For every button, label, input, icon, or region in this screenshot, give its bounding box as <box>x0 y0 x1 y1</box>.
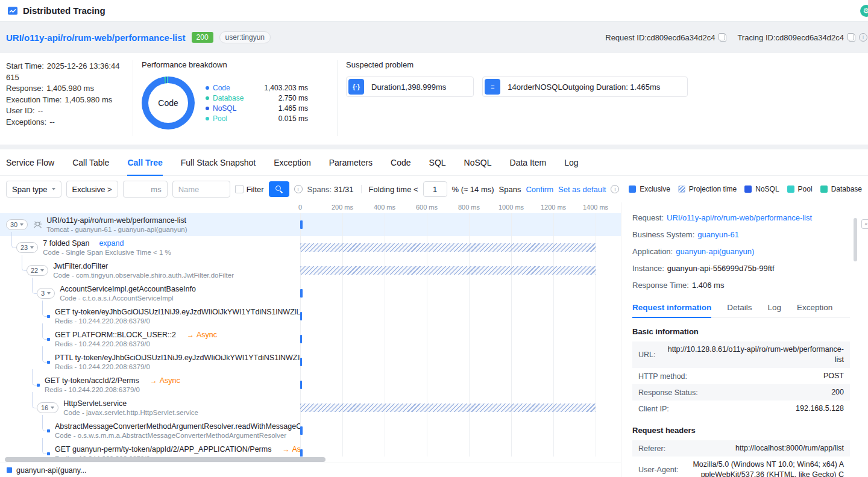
expand-link[interactable]: expand <box>99 239 124 248</box>
fold-badge[interactable]: 23 <box>16 242 38 253</box>
span-bar[interactable] <box>300 426 303 435</box>
confirm-link[interactable]: Confirm <box>526 185 553 194</box>
span-label: 23 7 folded Span expand Code - S <box>0 236 300 259</box>
user-tag: user:tingyun <box>219 31 271 43</box>
chevron-down-icon <box>20 223 24 226</box>
span-details-panel: Request:URI/o11y-api/ro/rum-web/performa… <box>621 202 860 477</box>
tree-row[interactable]: GET ty-token/eyJhbGciOiJSUzI1NiJ9.eyJzdW… <box>0 305 621 328</box>
detail-field: Application:guanyun-api(guanyun) <box>632 247 850 256</box>
kv-label: User-Agent: <box>638 466 679 474</box>
exclusive-select[interactable]: Exclusive > <box>66 181 118 198</box>
span-dot-icon <box>47 452 50 455</box>
trace-uri[interactable]: URI/o11y-api/ro/rum-web/performance-list <box>6 33 186 43</box>
tree-row[interactable]: GET ty-token/accId/2/Perms →Async Redis … <box>0 373 621 396</box>
span-bar[interactable] <box>300 312 302 320</box>
name-input[interactable] <box>178 185 224 194</box>
fold-badge[interactable]: 16 <box>37 402 58 413</box>
legend-label: NoSQL <box>755 185 779 193</box>
tree-row[interactable]: GET PLATFORM::BLOCK_USER::2 →Async Redis… <box>0 328 621 351</box>
fold-badge[interactable]: 30 <box>6 219 28 230</box>
span-bar[interactable] <box>300 404 596 412</box>
fold-badge[interactable]: 22 <box>27 265 48 276</box>
detail-field-value: 1.406 ms <box>692 281 724 290</box>
span-bar[interactable] <box>300 335 302 343</box>
main-tab[interactable]: SQL <box>429 149 446 175</box>
main-tab[interactable]: Service Flow <box>6 149 54 175</box>
suspected-title: Suspected problem <box>346 60 863 69</box>
detail-tab[interactable]: Log <box>768 298 782 317</box>
tree-row[interactable]: GET guanyun-perm/ty-token/appId/2/APP_AP… <box>0 442 621 457</box>
tree-row[interactable]: 16 HttpServlet.service Code - j <box>0 396 621 419</box>
tree-row[interactable]: 30 URI/o11y-api/ro/rum-web/performance-l… <box>0 213 621 236</box>
spans-count: Spans:31/31 <box>307 185 354 194</box>
call-tree-pane: 0 200 ms 400 ms 600 ms 800 ms 1000 ms 12… <box>0 202 621 477</box>
span-bar[interactable] <box>300 243 596 252</box>
exclusive-ms-input[interactable] <box>129 185 147 194</box>
timeline-tick: 600 ms <box>416 204 438 211</box>
tree-row[interactable]: 23 7 folded Span expand Code - S <box>0 236 621 259</box>
tree-row[interactable]: 3 AccountServiceImpl.getAccountBaseInfo <box>0 282 621 305</box>
detail-field-value[interactable]: guanyun-api(guanyun) <box>676 247 754 256</box>
suspected-item[interactable]: ≡ 14orderNOSQLOutgoing Duration: 1.465ms <box>482 76 688 97</box>
call-tree-toolbar: Span type Exclusive > ms Filter i <box>0 176 868 202</box>
kv-row: Response Status: 200 <box>632 384 850 401</box>
details-scrollbar[interactable] <box>854 218 857 261</box>
scrollbar-thumb[interactable] <box>5 457 326 462</box>
tree-row[interactable]: AbstractMessageConverterMethodArgumentRe… <box>0 419 621 442</box>
gear-icon[interactable]: ⚙ <box>860 5 868 17</box>
folding-input[interactable] <box>423 181 447 197</box>
span-timeline <box>300 328 621 351</box>
info-icon[interactable]: i <box>611 185 619 193</box>
main-tab[interactable]: Call Tree <box>127 149 162 175</box>
span-bar[interactable] <box>300 381 302 389</box>
search-button[interactable] <box>269 181 289 197</box>
detail-tab[interactable]: Exception <box>797 298 832 317</box>
main-tab[interactable]: Full Stack Snapshot <box>181 149 256 175</box>
span-bar[interactable] <box>300 289 303 298</box>
main-tab[interactable]: Exception <box>274 149 310 175</box>
span-bar[interactable] <box>300 358 302 366</box>
span-bar[interactable] <box>300 266 596 275</box>
set-default-link[interactable]: Set as default <box>558 185 606 194</box>
info-icon[interactable]: i <box>294 185 303 193</box>
collapse-panel-icon[interactable]: « <box>861 219 868 229</box>
filter-checkbox[interactable] <box>235 185 244 193</box>
main-tab[interactable]: Code <box>391 149 410 175</box>
copy-icon[interactable] <box>719 33 726 42</box>
detail-tab[interactable]: Details <box>727 298 752 317</box>
folding-spans-label: Spans <box>499 185 521 194</box>
legend-item: Database <box>820 185 862 193</box>
detail-tab[interactable]: Request information <box>632 298 711 317</box>
detail-field-value[interactable]: URI/o11y-api/ro/rum-web/performance-list <box>667 213 812 222</box>
span-bar[interactable] <box>300 449 303 457</box>
trace-summary-card: Start Time:2025-12-26 13:36:44 615 Respo… <box>0 53 868 145</box>
main-tab[interactable]: Data Item <box>510 149 547 175</box>
fold-count: 3 <box>41 290 45 297</box>
copy-icon[interactable] <box>848 33 855 42</box>
suspected-item-icon: {·} <box>348 79 364 95</box>
kv-row: URL: http://10.128.8.61/o11y-api/ro/rum-… <box>632 341 850 368</box>
horizontal-scrollbar[interactable] <box>0 457 621 463</box>
performance-breakdown: Performance breakdown Code Code 1,403.20… <box>142 59 329 137</box>
detail-field-value[interactable]: guanyun-61 <box>697 230 739 239</box>
main-tab[interactable]: Parameters <box>329 149 373 175</box>
tree-rows: 30 URI/o11y-api/ro/rum-web/performance-l… <box>0 213 621 457</box>
info-icon[interactable]: i <box>859 33 867 42</box>
detail-field: Instance:guanyun-api-556999d75b-99ftf <box>632 264 850 273</box>
span-type-select[interactable]: Span type <box>6 181 61 198</box>
summary-fields: Start Time:2025-12-26 13:36:44 615 Respo… <box>5 59 124 137</box>
tree-row[interactable]: 22 JwtFilter.doFilter Code - co <box>0 259 621 282</box>
main-tab[interactable]: NoSQL <box>464 149 492 175</box>
legend-name: Pool <box>213 114 251 123</box>
span-bar[interactable] <box>300 220 303 229</box>
summary-field-value: -- <box>49 117 55 126</box>
filter-toggle[interactable]: Filter <box>235 185 264 194</box>
tree-row[interactable]: PTTL ty-token/eyJhbGciOiJSUzI1NiJ9.eyJzd… <box>0 351 621 373</box>
span-dot-icon <box>47 429 50 432</box>
suspected-item[interactable]: {·} Duration1,398.999ms <box>346 76 474 97</box>
kv-label: Response Status: <box>638 388 698 397</box>
search-icon <box>275 186 283 193</box>
fold-badge[interactable]: 3 <box>37 288 55 299</box>
main-tab[interactable]: Call Table <box>72 149 109 175</box>
main-tab[interactable]: Log <box>564 149 578 175</box>
